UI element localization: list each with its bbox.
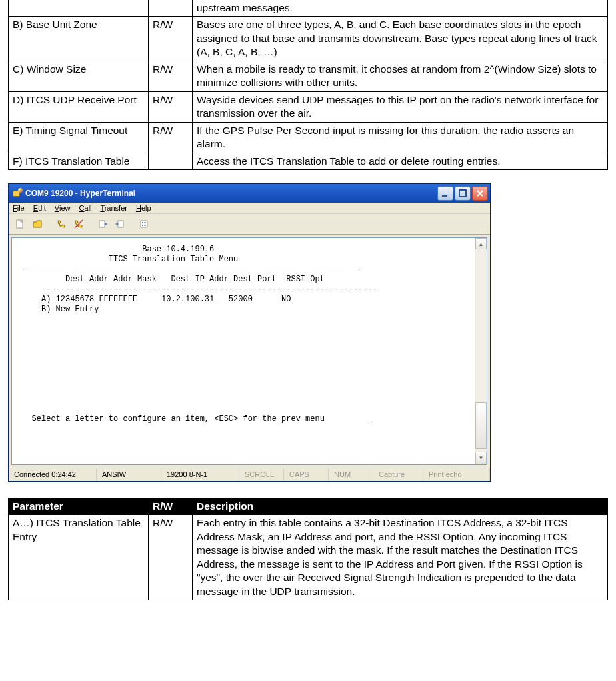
- minimize-icon: [440, 188, 451, 199]
- cell-rw: R/W: [149, 91, 193, 122]
- cell-param: C) Window Size: [9, 61, 149, 91]
- status-caps: CAPS: [284, 468, 329, 481]
- status-printecho: Print echo: [423, 468, 490, 481]
- new-doc-icon: [15, 219, 25, 229]
- scroll-down-button[interactable]: ▼: [475, 452, 487, 464]
- cell-rw: R/W: [149, 515, 193, 600]
- svg-rect-8: [142, 225, 143, 226]
- send-file-icon: [97, 219, 108, 229]
- toolbar-new-button[interactable]: [13, 217, 27, 231]
- menu-view[interactable]: View: [55, 204, 71, 212]
- title-bar[interactable]: COM9 19200 - HyperTerminal: [9, 184, 490, 203]
- table-row: E) Timing Signal Timeout R/W If the GPS …: [9, 122, 608, 153]
- parameter-table-upper: upstream messages. B) Base Unit Zone R/W…: [8, 0, 608, 170]
- hyperterminal-window: COM9 19200 - HyperTerminal File Edit Vie…: [8, 183, 491, 482]
- svg-rect-6: [141, 221, 147, 227]
- table-header-row: Parameter R/W Description: [9, 498, 608, 514]
- status-scroll: SCROLL: [239, 468, 284, 481]
- table-row: C) Window Size R/W When a mobile is read…: [9, 61, 608, 91]
- vertical-scrollbar[interactable]: ▲ ▼: [475, 238, 487, 464]
- window-title: COM9 19200 - HyperTerminal: [25, 189, 135, 198]
- cell-param: B) Base Unit Zone: [9, 17, 149, 61]
- svg-rect-1: [459, 190, 466, 197]
- terminal-output[interactable]: Base 10.4.199.6 ITCS Translation Table M…: [11, 237, 487, 465]
- terminal-text: Base 10.4.199.6 ITCS Translation Table M…: [12, 238, 487, 430]
- scroll-track[interactable]: [475, 249, 487, 453]
- cell-desc: Wayside devices send UDP messages to thi…: [193, 91, 608, 122]
- menu-edit[interactable]: Edit: [33, 204, 46, 212]
- parameter-table-lower: Parameter R/W Description A…) ITCS Trans…: [8, 498, 608, 600]
- cell-param: E) Timing Signal Timeout: [9, 122, 149, 153]
- cell-param: D) ITCS UDP Receive Port: [9, 91, 149, 122]
- status-bar: Connected 0:24:42 ANSIW 19200 8-N-1 SCRO…: [9, 468, 490, 481]
- header-parameter: Parameter: [9, 498, 149, 514]
- maximize-button[interactable]: [455, 186, 471, 201]
- cell-rw: R/W: [149, 122, 193, 153]
- toolbar-open-button[interactable]: [30, 217, 45, 231]
- table-row: F) ITCS Translation Table Access the ITC…: [9, 153, 608, 169]
- cell-desc: When a mobile is ready to transmit, it c…: [193, 61, 608, 91]
- toolbar-send-button[interactable]: [95, 217, 110, 231]
- cell-desc: upstream messages.: [193, 0, 608, 17]
- menu-bar: File Edit View Call Transfer Help: [9, 203, 490, 214]
- toolbar-disconnect-button[interactable]: [71, 217, 86, 231]
- status-port: 19200 8-N-1: [161, 468, 239, 481]
- table-row: A…) ITCS Translation Table Entry R/W Eac…: [9, 515, 608, 600]
- status-num: NUM: [329, 468, 373, 481]
- header-rw: R/W: [149, 498, 193, 514]
- toolbar-properties-button[interactable]: [137, 217, 151, 231]
- cell-desc: Access the ITCS Translation Table to add…: [193, 153, 608, 169]
- table-row: upstream messages.: [9, 0, 608, 17]
- toolbar-call-button[interactable]: [54, 217, 69, 231]
- toolbar-receive-button[interactable]: [113, 217, 127, 231]
- table-row: B) Base Unit Zone R/W Bases are one of t…: [9, 17, 608, 61]
- close-icon: [475, 188, 485, 199]
- cell-rw: R/W: [149, 61, 193, 91]
- receive-file-icon: [115, 219, 125, 229]
- table-row: D) ITCS UDP Receive Port R/W Wayside dev…: [9, 91, 608, 122]
- terminal-area: Base 10.4.199.6 ITCS Translation Table M…: [9, 235, 490, 468]
- properties-icon: [139, 219, 149, 229]
- menu-transfer[interactable]: Transfer: [100, 204, 127, 212]
- cell-desc: Bases are one of three types, A, B, and …: [193, 17, 608, 61]
- cell-desc: If the GPS Pulse Per Second input is mis…: [193, 122, 608, 153]
- phone-hangup-icon: [73, 219, 84, 229]
- cell-rw: R/W: [149, 17, 193, 61]
- svg-rect-7: [142, 222, 143, 223]
- status-emulation: ANSIW: [97, 468, 161, 481]
- menu-file[interactable]: File: [13, 204, 25, 212]
- cell-desc: Each entry in this table contains a 32-b…: [193, 515, 608, 600]
- menu-help[interactable]: Help: [136, 204, 151, 212]
- cell-rw: [149, 0, 193, 17]
- toolbar: [9, 214, 490, 235]
- status-capture: Capture: [373, 468, 423, 481]
- header-description: Description: [193, 498, 608, 514]
- svg-rect-5: [118, 221, 123, 227]
- minimize-button[interactable]: [437, 186, 453, 201]
- maximize-icon: [457, 188, 468, 199]
- cell-param: A…) ITCS Translation Table Entry: [9, 515, 149, 600]
- cell-rw: [149, 153, 193, 169]
- scroll-thumb[interactable]: [475, 402, 487, 449]
- svg-rect-0: [442, 195, 447, 197]
- close-button[interactable]: [472, 186, 488, 201]
- menu-call[interactable]: Call: [79, 204, 92, 212]
- phone-call-icon: [56, 219, 67, 229]
- cell-param: [9, 0, 149, 17]
- open-folder-icon: [32, 219, 43, 229]
- app-icon: [12, 188, 23, 199]
- cell-param: F) ITCS Translation Table: [9, 153, 149, 169]
- svg-rect-4: [99, 221, 105, 227]
- status-connected: Connected 0:24:42: [9, 468, 97, 481]
